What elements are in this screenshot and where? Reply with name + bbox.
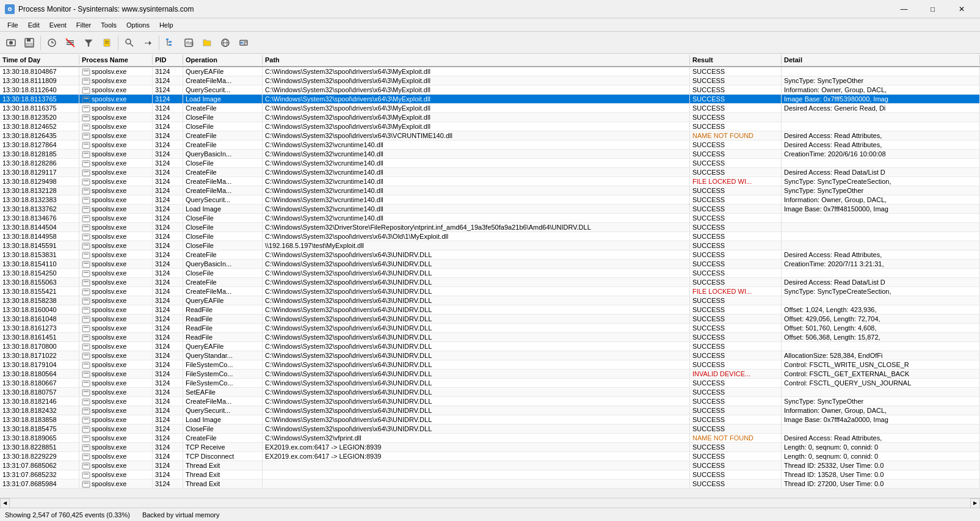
minimize-button[interactable]: — [890,1,918,18]
menu-item-tools[interactable]: Tools [96,20,122,30]
cell-process: spoolsv.exe [79,260,153,268]
toolbar-clear-btn[interactable] [62,34,79,51]
hscroll-track[interactable] [10,499,970,508]
hscroll-left-btn[interactable]: ◀ [0,498,10,508]
toolbar-filesystem-btn[interactable] [198,34,216,51]
table-row[interactable]: 13:30:18.8145591 spoolsv.exe 3124 CloseF… [0,241,980,250]
table-row[interactable]: 13:30:18.8228851 spoolsv.exe 3124 TCP Re… [0,443,980,452]
table-row[interactable]: 13:30:18.8133762 spoolsv.exe 3124 Load I… [0,205,980,214]
table-row[interactable]: 13:30:18.8155421 spoolsv.exe 3124 Create… [0,287,980,296]
table-row[interactable]: 13:30:18.8129117 spoolsv.exe 3124 Create… [0,168,980,177]
table-row[interactable]: 13:30:18.8180564 spoolsv.exe 3124 FileSy… [0,370,980,379]
table-row[interactable]: 13:30:18.8113765 spoolsv.exe 3124 Load I… [0,95,980,104]
cell-time: 13:30:18.8113765 [0,95,79,103]
table-row[interactable]: 13:30:18.8154110 spoolsv.exe 3124 QueryB… [0,260,980,269]
table-row[interactable]: 13:30:18.8111809 spoolsv.exe 3124 Create… [0,76,980,86]
col-header-pid[interactable]: PID [153,55,183,65]
col-header-result[interactable]: Result [690,55,782,65]
cell-time: 13:30:18.8189065 [0,434,79,442]
table-row[interactable]: 13:30:18.8128286 spoolsv.exe 3124 CloseF… [0,159,980,168]
table-row[interactable]: 13:30:18.8171022 spoolsv.exe 3124 QueryS… [0,351,980,360]
table-row[interactable]: 13:31:07.8685232 spoolsv.exe 3124 Thread… [0,470,980,479]
menu-item-filter[interactable]: Filter [71,20,96,30]
table-row[interactable]: 13:30:18.8112640 spoolsv.exe 3124 QueryS… [0,86,980,95]
cell-path: C:\Windows\System32\spool\drivers\x64\3\… [263,67,690,76]
table-row[interactable]: 13:30:18.8129498 spoolsv.exe 3124 Create… [0,177,980,186]
table-row[interactable]: 13:30:18.8144958 spoolsv.exe 3124 CloseF… [0,232,980,241]
table-row[interactable]: 13:30:18.8153831 spoolsv.exe 3124 Create… [0,250,980,260]
table-row[interactable]: 13:30:18.8182146 spoolsv.exe 3124 Create… [0,397,980,406]
menu-item-event[interactable]: Event [45,20,71,30]
table-row[interactable]: 13:30:18.8182432 spoolsv.exe 3124 QueryS… [0,406,980,415]
table-row[interactable]: 13:30:18.8189065 spoolsv.exe 3124 Create… [0,434,980,443]
table-row[interactable]: 13:30:18.8183858 spoolsv.exe 3124 Load I… [0,415,980,424]
table-row[interactable]: 13:30:18.8144504 spoolsv.exe 3124 CloseF… [0,223,980,232]
toolbar-process-btn[interactable] [235,34,252,51]
table-row[interactable]: 13:30:18.8132128 spoolsv.exe 3124 Create… [0,186,980,195]
svg-rect-74 [84,244,89,246]
cell-time: 13:30:18.8161451 [0,333,79,341]
cell-pid: 3124 [153,379,183,387]
table-row[interactable]: 13:30:18.8128185 spoolsv.exe 3124 QueryB… [0,150,980,159]
cell-pid: 3124 [153,370,183,378]
table-row[interactable]: 13:30:18.8134676 spoolsv.exe 3124 CloseF… [0,214,980,223]
table-row[interactable]: 13:30:18.8124652 spoolsv.exe 3124 CloseF… [0,122,980,131]
cell-process: spoolsv.exe [79,205,153,213]
table-scroll[interactable]: 13:30:18.8104867 spoolsv.exe 3124 QueryE… [0,67,980,498]
table-row[interactable]: 13:30:18.8180667 spoolsv.exe 3124 FileSy… [0,379,980,388]
table-row[interactable]: 13:30:18.8180757 spoolsv.exe 3124 SetEAF… [0,388,980,397]
toolbar-network-btn[interactable] [217,34,234,51]
cell-operation: ReadFile [183,305,263,314]
close-button[interactable]: ✕ [948,1,975,18]
toolbar-search-btn[interactable] [121,34,138,51]
table-row[interactable]: 13:30:18.8127864 spoolsv.exe 3124 Create… [0,140,980,150]
cell-pid: 3124 [153,95,183,103]
table-row[interactable]: 13:31:07.8685984 spoolsv.exe 3124 Thread… [0,479,980,489]
cell-path: C:\Windows\System32\spool\drivers\x64\3\… [263,333,690,341]
menu-item-options[interactable]: Options [122,20,154,30]
toolbar-jump-btn[interactable] [139,34,156,51]
table-row[interactable]: 13:30:18.8158238 spoolsv.exe 3124 QueryE… [0,296,980,305]
menu-item-help[interactable]: Help [154,20,178,30]
table-row[interactable]: 13:30:18.8161451 spoolsv.exe 3124 ReadFi… [0,333,980,342]
cell-time: 13:30:18.8183858 [0,415,79,424]
table-row[interactable]: 13:30:18.8161048 spoolsv.exe 3124 ReadFi… [0,315,980,324]
toolbar-autoscroll-btn[interactable] [43,34,60,51]
toolbar-filter-btn[interactable] [80,34,97,51]
hscroll-right-btn[interactable]: ▶ [970,498,980,508]
table-row[interactable]: 13:30:18.8116375 spoolsv.exe 3124 Create… [0,104,980,113]
table-row[interactable]: 13:30:18.8161273 spoolsv.exe 3124 ReadFi… [0,324,980,333]
toolbar-highlight-btn[interactable] [98,34,115,51]
table-row[interactable]: 13:30:18.8155063 spoolsv.exe 3124 Create… [0,278,980,287]
col-header-process[interactable]: Process Name [79,55,153,65]
toolbar-registry-btn[interactable]: Reg [180,34,197,51]
toolbar-save-btn[interactable] [21,34,38,51]
table-row[interactable]: 13:30:18.8126435 spoolsv.exe 3124 Create… [0,131,980,140]
table-row[interactable]: 13:30:18.8170800 spoolsv.exe 3124 QueryE… [0,342,980,351]
menu-item-file[interactable]: File [2,20,23,30]
svg-rect-123 [82,472,90,478]
menu-item-edit[interactable]: Edit [23,20,45,30]
table-row[interactable]: 13:30:18.8132383 spoolsv.exe 3124 QueryS… [0,195,980,205]
cell-result: SUCCESS [690,305,782,314]
table-row[interactable]: 13:30:18.8104867 spoolsv.exe 3124 QueryE… [0,67,980,76]
svg-rect-122 [84,464,89,465]
svg-rect-70 [84,226,89,227]
cell-detail: Information: Owner, Group, DACL, [782,406,980,415]
table-row[interactable]: 13:30:18.8185475 spoolsv.exe 3124 CloseF… [0,424,980,434]
table-row[interactable]: 13:30:18.8154250 spoolsv.exe 3124 CloseF… [0,269,980,278]
table-row[interactable]: 13:31:07.8685062 spoolsv.exe 3124 Thread… [0,461,980,470]
toolbar-process-tree-btn[interactable] [162,34,179,51]
col-header-path[interactable]: Path [263,55,690,65]
table-row[interactable]: 13:30:18.8160040 spoolsv.exe 3124 ReadFi… [0,305,980,315]
col-header-time[interactable]: Time of Day [0,55,79,65]
table-row[interactable]: 13:30:18.8229229 spoolsv.exe 3124 TCP Di… [0,452,980,461]
table-row[interactable]: 13:30:18.8179104 spoolsv.exe 3124 FileSy… [0,360,980,370]
col-header-detail[interactable]: Detail [782,55,980,65]
cell-process: spoolsv.exe [79,159,153,167]
col-header-operation[interactable]: Operation [183,55,263,65]
table-row[interactable]: 13:30:18.8123520 spoolsv.exe 3124 CloseF… [0,113,980,122]
svg-rect-46 [84,116,89,117]
maximize-button[interactable]: □ [919,1,946,18]
toolbar-capture-btn[interactable] [2,34,20,51]
